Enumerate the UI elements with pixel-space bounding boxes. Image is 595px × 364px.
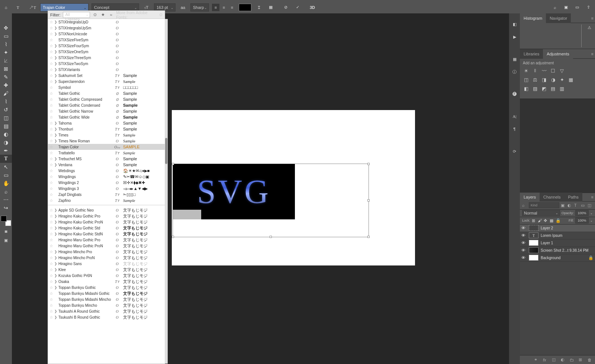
star-icon[interactable]: ☆ [49,168,54,173]
star-icon[interactable]: ☆ [49,26,54,30]
typekit-filter-icon[interactable]: ⊙ [92,12,98,18]
font-row[interactable]: ☆❯STIXVariantsO [48,67,165,73]
expand-icon[interactable]: ❯ [54,220,58,224]
expand-icon[interactable]: ❯ [54,56,58,59]
expand-icon[interactable]: ❯ [54,121,58,125]
layer-row[interactable]: 👁TLorem Ipsum [520,232,595,239]
gradient-tool-icon[interactable]: ▤ [0,122,12,130]
expand-icon[interactable]: ❯ [54,286,58,289]
expand-icon[interactable]: ❯ [54,32,58,36]
align-right-button[interactable]: ≡ [228,4,236,11]
layers-list[interactable]: 👁Layer 2👁TLorem Ipsum👁Layer 1👁Screen Sho… [520,225,595,262]
expand-icon[interactable]: ❯ [54,20,58,24]
font-row[interactable]: ☆❯TahomaOSample [48,120,165,126]
font-row[interactable]: ☆❯Apple SD Gothic NeoO文字もじモジ [48,207,165,213]
star-icon[interactable]: ☆ [49,261,54,266]
lasso-tool-icon[interactable]: ⌇ [0,40,12,48]
expand-icon[interactable]: ❯ [54,274,58,277]
dodge-tool-icon[interactable]: ◑ [0,138,12,146]
layer-row[interactable]: 👁Background🔒 [520,254,595,262]
star-icon[interactable]: ☆ [49,121,54,126]
transform-handle[interactable] [270,236,272,238]
visibility-icon[interactable]: 👁 [521,226,527,230]
font-row[interactable]: ☆❯Kozuka Gothic Pr6NO文字もじモジ [48,273,165,278]
star-icon[interactable]: ☆ [49,133,54,138]
warp-text-icon[interactable]: Ɪ [254,3,263,12]
type-tool-preset-icon[interactable]: T [13,3,22,12]
font-row[interactable]: ☆❯SuperclarendonTᴛSample [48,78,165,84]
commit-icon[interactable]: ✓ [293,3,302,12]
antialias-dropdown[interactable]: Sharp ⌄ [190,3,209,12]
visibility-icon[interactable]: 👁 [521,241,527,245]
scrollbar[interactable] [165,19,168,364]
font-row[interactable]: ☆Tablet Gothic Wide⊙Sample [48,114,165,120]
star-icon[interactable]: ☆ [49,315,54,320]
expand-icon[interactable]: ❯ [54,62,58,65]
filter-type-icon[interactable]: T [574,203,579,207]
star-icon[interactable]: ☆ [49,38,54,42]
new-adj-layer-icon[interactable]: ◐ [561,357,566,362]
font-list[interactable]: ☆❯STIXIntegralsUpDO☆❯STIXIntegralsUpSmO☆… [48,19,165,364]
paragraph-panel-icon[interactable]: A| [511,112,519,120]
edit-toolbar-icon[interactable]: ↪ [0,204,12,212]
layer-row[interactable]: 👁Layer 1 [520,239,595,247]
star-icon[interactable]: ☆ [49,249,54,254]
font-row[interactable]: ☆Wingdings 2O☒✢✕⧫◆✖✚ [48,180,165,186]
panel-menu-icon[interactable]: ≡ [591,52,594,56]
star-icon[interactable]: ☆ [49,91,54,96]
photo-filter-icon[interactable]: ◑ [550,76,556,83]
star-icon[interactable]: ☆ [49,61,54,66]
tab-libraries[interactable]: Libraries [520,49,543,59]
arrange-documents-icon[interactable]: ▣ [562,3,570,12]
similar-filter-icon[interactable]: ≈ [108,12,114,18]
expand-icon[interactable]: ❯ [54,208,58,212]
more-tools-icon[interactable]: ⋯ [0,196,12,204]
new-group-icon[interactable]: 🗀 [570,358,575,362]
font-row[interactable]: ☆❯Times New RomanOSample [48,138,165,144]
bw-icon[interactable]: ◨ [541,76,547,83]
layer-kind-filter[interactable]: Kind [529,202,559,208]
star-icon[interactable]: ☆ [49,291,54,296]
expand-icon[interactable]: ❯ [54,26,58,30]
font-row[interactable]: ☆❯STIXSizeFourSymO [48,43,165,49]
brightness-icon[interactable]: ☀ [523,67,530,74]
star-icon[interactable]: ☆ [49,20,54,25]
favorites-filter-icon[interactable]: ★ [100,12,106,18]
blur-tool-icon[interactable]: ◐ [0,130,12,138]
font-row[interactable]: ☆STIXSizeFiveSymO [48,37,165,43]
expand-icon[interactable]: ❯ [54,80,58,83]
star-icon[interactable]: ☆ [49,255,54,260]
layer-row[interactable]: 👁Screen Shot 2...t 9.38.14 PM [520,247,595,254]
star-icon[interactable]: ☆ [49,73,54,78]
font-row[interactable]: ☆SymbolTᴛ□□□□□□ [48,84,165,90]
star-icon[interactable]: ☆ [49,67,54,72]
eyedropper-tool-icon[interactable]: ✎ [0,73,12,81]
font-row[interactable]: ☆❯STIXSizeTwoSymO [48,61,165,67]
font-row[interactable]: ☆Tablet Gothic Condensed⊙Sample [48,102,165,108]
trash-icon[interactable]: 🗑 [588,358,593,362]
search-icon[interactable]: ⌕ [522,203,527,207]
hue-icon[interactable]: ◫ [523,76,530,83]
expand-icon[interactable]: ❯ [54,232,58,236]
font-row[interactable]: ☆❯VerdanaOSample [48,162,165,168]
share-icon[interactable]: ⇪ [584,3,593,12]
font-row[interactable]: ☆❯STIXIntegralsUpSmO [48,25,165,31]
home-icon[interactable]: ⌂ [1,3,10,12]
expand-icon[interactable]: ❯ [54,133,58,137]
star-icon[interactable]: ☆ [49,109,54,114]
font-row[interactable]: ☆❯KleeO文字もじモジ [48,267,165,273]
star-icon[interactable]: ☆ [49,162,54,167]
gradient-map-icon[interactable]: ▤ [550,85,556,92]
tab-paths[interactable]: Paths [565,193,582,202]
star-icon[interactable]: ☆ [49,32,54,36]
star-icon[interactable]: ☆ [49,151,54,155]
visibility-icon[interactable]: 👁 [521,233,527,238]
frame-tool-icon[interactable]: ⊠ [0,65,12,73]
star-icon[interactable]: ☆ [49,273,54,278]
font-row[interactable]: ☆ZapfinoTᴛSample [48,197,165,203]
font-row[interactable]: ☆❯Hiragino Kaku Gothic ProNO文字もじモジ [48,219,165,225]
font-row[interactable]: ☆Toppan Bunkyu Midashi GothicO文字もじモジ [48,290,165,296]
expand-icon[interactable]: ❯ [54,268,58,271]
blend-mode-dropdown[interactable]: Normal ⌄ [522,210,560,216]
tab-layers[interactable]: Layers [520,193,540,202]
